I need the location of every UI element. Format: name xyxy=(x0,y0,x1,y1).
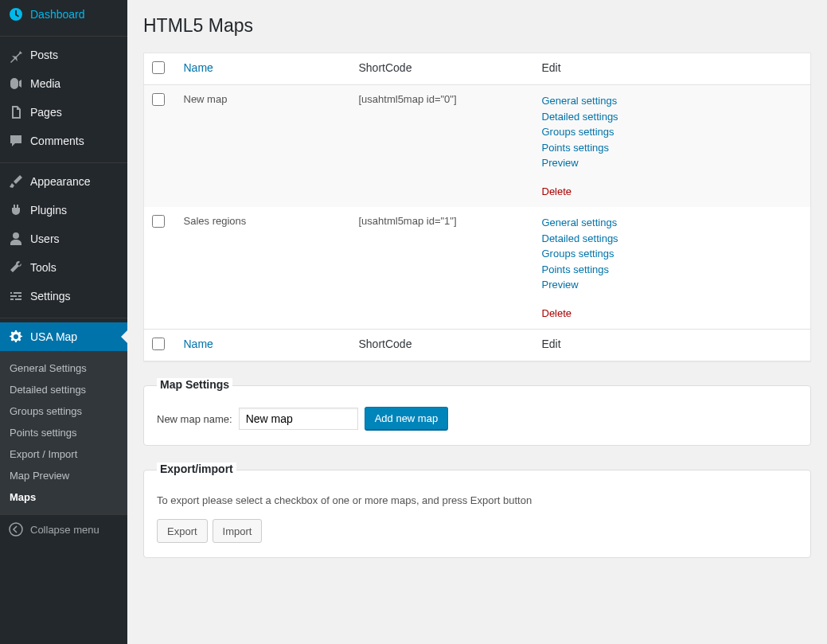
comment-icon xyxy=(8,133,24,149)
link-delete[interactable]: Delete xyxy=(542,184,803,200)
sliders-icon xyxy=(8,288,24,304)
link-detailed-settings[interactable]: Detailed settings xyxy=(542,231,803,247)
sidebar-item-comments[interactable]: Comments xyxy=(0,127,127,155)
collapse-icon xyxy=(8,521,24,537)
svg-point-0 xyxy=(10,523,22,536)
sidebar-label: Comments xyxy=(30,135,84,147)
wrench-icon xyxy=(8,260,24,275)
col-header-name[interactable]: Name xyxy=(184,61,213,74)
sidebar-label: Settings xyxy=(30,290,71,302)
map-settings-legend: Map Settings xyxy=(157,378,232,391)
select-all-checkbox-footer[interactable] xyxy=(152,338,165,350)
link-preview[interactable]: Preview xyxy=(542,277,803,293)
link-points-settings[interactable]: Points settings xyxy=(542,262,803,278)
row-edit-links: General settings Detailed settings Group… xyxy=(534,207,811,330)
collapse-menu[interactable]: Collapse menu xyxy=(0,514,127,544)
sidebar-label: USA Map xyxy=(30,330,77,343)
sidebar-separator xyxy=(0,159,127,163)
submenu-points-settings[interactable]: Points settings xyxy=(0,422,127,443)
row-shortcode: [usahtml5map id="0"] xyxy=(351,85,534,208)
link-points-settings[interactable]: Points settings xyxy=(542,140,803,156)
col-footer-name[interactable]: Name xyxy=(184,338,213,350)
submenu-maps[interactable]: Maps xyxy=(0,486,127,508)
link-groups-settings[interactable]: Groups settings xyxy=(542,246,803,262)
row-name: Sales regions xyxy=(176,207,351,330)
gear-icon xyxy=(8,329,24,345)
export-button[interactable]: Export xyxy=(157,519,208,543)
col-footer-shortcode: ShortCode xyxy=(351,330,534,361)
sidebar-item-posts[interactable]: Posts xyxy=(0,41,127,69)
col-header-edit: Edit xyxy=(534,53,811,85)
table-row: Sales regions [usahtml5map id="1"] Gener… xyxy=(144,207,811,330)
table-row: New map [usahtml5map id="0"] General set… xyxy=(144,85,811,208)
maps-table: Name ShortCode Edit New map [usahtml5map… xyxy=(143,53,811,361)
sidebar-item-plugins[interactable]: Plugins xyxy=(0,196,127,224)
sidebar-label: Tools xyxy=(30,261,57,274)
sidebar-item-appearance[interactable]: Appearance xyxy=(0,167,127,196)
row-shortcode: [usahtml5map id="1"] xyxy=(351,207,534,330)
new-map-name-label: New map name: xyxy=(157,413,232,425)
pages-icon xyxy=(8,104,24,120)
sidebar-submenu: General Settings Detailed settings Group… xyxy=(0,351,127,514)
submenu-detailed-settings[interactable]: Detailed settings xyxy=(0,379,127,400)
collapse-label: Collapse menu xyxy=(30,524,99,536)
sidebar-item-users[interactable]: Users xyxy=(0,224,127,253)
sidebar-label: Pages xyxy=(30,106,62,119)
submenu-export-import[interactable]: Export / Import xyxy=(0,443,127,465)
export-legend: Export/import xyxy=(157,463,236,475)
import-button[interactable]: Import xyxy=(213,519,263,543)
link-delete[interactable]: Delete xyxy=(542,306,803,322)
pin-icon xyxy=(8,47,24,63)
link-general-settings[interactable]: General settings xyxy=(542,93,803,109)
sidebar-item-settings[interactable]: Settings xyxy=(0,282,127,310)
submenu-general-settings[interactable]: General Settings xyxy=(0,357,127,379)
new-map-name-input[interactable] xyxy=(239,408,358,430)
sidebar-separator xyxy=(0,33,127,37)
sidebar-label: Plugins xyxy=(30,204,67,217)
sidebar-item-media[interactable]: Media xyxy=(0,69,127,98)
plug-icon xyxy=(8,202,24,218)
row-checkbox[interactable] xyxy=(152,215,165,228)
user-icon xyxy=(8,231,24,247)
main-content: HTML5 Maps Name ShortCode Edit New map [… xyxy=(127,0,827,644)
row-checkbox[interactable] xyxy=(152,93,165,106)
sidebar-item-usa-map[interactable]: USA Map xyxy=(0,322,127,351)
sidebar-item-dashboard[interactable]: Dashboard xyxy=(0,0,127,29)
row-edit-links: General settings Detailed settings Group… xyxy=(534,85,811,208)
export-import-panel: Export/import To export please select a … xyxy=(143,470,811,558)
sidebar-label: Posts xyxy=(30,49,58,61)
sidebar-item-pages[interactable]: Pages xyxy=(0,98,127,127)
submenu-groups-settings[interactable]: Groups settings xyxy=(0,400,127,422)
select-all-checkbox[interactable] xyxy=(152,61,165,74)
dashboard-icon xyxy=(8,6,24,22)
media-icon xyxy=(8,76,24,92)
link-detailed-settings[interactable]: Detailed settings xyxy=(542,109,803,125)
map-settings-panel: Map Settings New map name: Add new map xyxy=(143,385,811,446)
link-preview[interactable]: Preview xyxy=(542,155,803,171)
link-general-settings[interactable]: General settings xyxy=(542,215,803,231)
submenu-map-preview[interactable]: Map Preview xyxy=(0,465,127,486)
sidebar-label: Users xyxy=(30,232,60,245)
export-instructions: To export please select a checkbox of on… xyxy=(157,494,798,506)
admin-sidebar: Dashboard Posts Media Pages Comments App… xyxy=(0,0,127,644)
sidebar-label: Dashboard xyxy=(30,8,85,21)
col-header-shortcode: ShortCode xyxy=(351,53,534,85)
add-new-map-button[interactable]: Add new map xyxy=(365,407,449,431)
sidebar-item-tools[interactable]: Tools xyxy=(0,253,127,282)
link-groups-settings[interactable]: Groups settings xyxy=(542,124,803,140)
col-footer-edit: Edit xyxy=(534,330,811,361)
sidebar-separator xyxy=(0,314,127,318)
brush-icon xyxy=(8,174,24,189)
row-name: New map xyxy=(176,85,351,208)
page-title: HTML5 Maps xyxy=(143,8,811,53)
sidebar-label: Media xyxy=(30,77,60,90)
sidebar-label: Appearance xyxy=(30,175,91,188)
